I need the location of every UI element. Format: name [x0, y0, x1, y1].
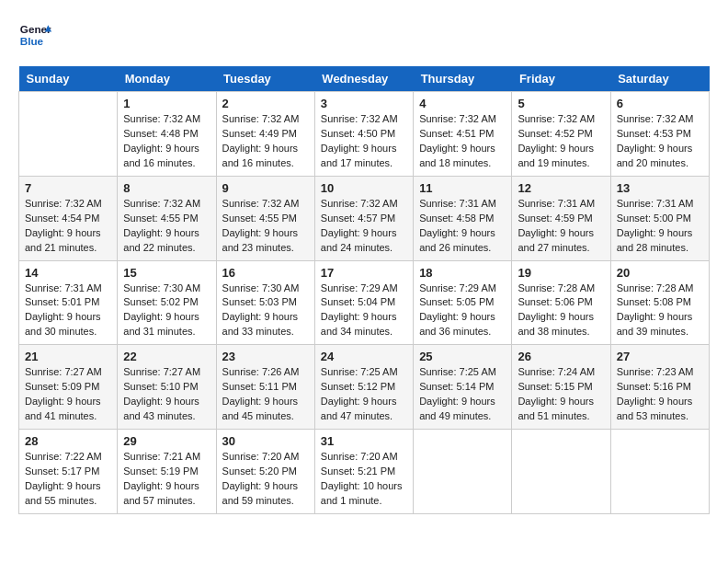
calendar-cell: 18Sunrise: 7:29 AMSunset: 5:05 PMDayligh…	[414, 260, 512, 345]
page-header: General Blue	[18, 18, 710, 52]
calendar-cell: 21Sunrise: 7:27 AMSunset: 5:09 PMDayligh…	[19, 345, 118, 430]
calendar-cell: 26Sunrise: 7:24 AMSunset: 5:15 PMDayligh…	[512, 345, 610, 430]
calendar-week-row: 14Sunrise: 7:31 AMSunset: 5:01 PMDayligh…	[19, 260, 710, 345]
calendar-cell: 16Sunrise: 7:30 AMSunset: 5:03 PMDayligh…	[216, 260, 314, 345]
day-number: 18	[419, 266, 506, 280]
day-info: Sunrise: 7:31 AMSunset: 4:58 PMDaylight:…	[419, 197, 506, 256]
calendar-cell: 19Sunrise: 7:28 AMSunset: 5:06 PMDayligh…	[512, 260, 610, 345]
calendar-cell: 28Sunrise: 7:22 AMSunset: 5:17 PMDayligh…	[19, 430, 118, 514]
day-info: Sunrise: 7:32 AMSunset: 4:54 PMDaylight:…	[25, 197, 111, 256]
calendar-cell: 15Sunrise: 7:30 AMSunset: 5:02 PMDayligh…	[118, 260, 216, 345]
day-info: Sunrise: 7:31 AMSunset: 4:59 PMDaylight:…	[518, 197, 604, 256]
day-info: Sunrise: 7:23 AMSunset: 5:16 PMDaylight:…	[617, 365, 703, 424]
day-number: 2	[222, 97, 309, 110]
day-number: 16	[222, 266, 309, 280]
day-number: 10	[321, 181, 407, 195]
calendar-cell: 1Sunrise: 7:32 AMSunset: 4:48 PMDaylight…	[118, 92, 216, 177]
calendar-week-row: 1Sunrise: 7:32 AMSunset: 4:48 PMDaylight…	[19, 92, 710, 177]
day-info: Sunrise: 7:30 AMSunset: 5:02 PMDaylight:…	[123, 282, 210, 340]
day-info: Sunrise: 7:31 AMSunset: 5:00 PMDaylight:…	[617, 197, 703, 256]
calendar-cell: 22Sunrise: 7:27 AMSunset: 5:10 PMDayligh…	[118, 345, 216, 430]
day-number: 17	[321, 266, 407, 280]
day-number: 13	[617, 181, 703, 195]
day-number: 1	[123, 97, 210, 110]
day-info: Sunrise: 7:25 AMSunset: 5:14 PMDaylight:…	[419, 365, 506, 424]
day-number: 15	[123, 266, 210, 280]
day-number: 26	[518, 350, 604, 363]
calendar-cell: 23Sunrise: 7:26 AMSunset: 5:11 PMDayligh…	[216, 345, 314, 430]
day-number: 3	[321, 97, 407, 110]
calendar-week-row: 21Sunrise: 7:27 AMSunset: 5:09 PMDayligh…	[19, 345, 710, 430]
day-header-sunday: Sunday	[19, 66, 118, 92]
day-number: 4	[419, 97, 506, 110]
day-info: Sunrise: 7:29 AMSunset: 5:04 PMDaylight:…	[321, 282, 407, 340]
day-number: 29	[123, 434, 210, 448]
day-info: Sunrise: 7:27 AMSunset: 5:09 PMDaylight:…	[25, 365, 111, 424]
calendar-week-row: 7Sunrise: 7:32 AMSunset: 4:54 PMDaylight…	[19, 176, 710, 260]
calendar-cell: 10Sunrise: 7:32 AMSunset: 4:57 PMDayligh…	[314, 176, 413, 260]
day-number: 24	[321, 350, 407, 363]
calendar-table: SundayMondayTuesdayWednesdayThursdayFrid…	[18, 66, 710, 514]
calendar-cell: 6Sunrise: 7:32 AMSunset: 4:53 PMDaylight…	[610, 92, 709, 177]
calendar-cell	[512, 430, 610, 514]
calendar-cell	[19, 92, 118, 177]
day-info: Sunrise: 7:24 AMSunset: 5:15 PMDaylight:…	[518, 365, 604, 424]
calendar-cell: 20Sunrise: 7:28 AMSunset: 5:08 PMDayligh…	[610, 260, 709, 345]
day-info: Sunrise: 7:32 AMSunset: 4:55 PMDaylight:…	[222, 197, 309, 256]
day-info: Sunrise: 7:20 AMSunset: 5:20 PMDaylight:…	[222, 450, 309, 509]
calendar-cell: 11Sunrise: 7:31 AMSunset: 4:58 PMDayligh…	[414, 176, 512, 260]
calendar-cell: 27Sunrise: 7:23 AMSunset: 5:16 PMDayligh…	[610, 345, 709, 430]
day-info: Sunrise: 7:20 AMSunset: 5:21 PMDaylight:…	[321, 450, 407, 509]
day-header-tuesday: Tuesday	[216, 66, 314, 92]
day-info: Sunrise: 7:30 AMSunset: 5:03 PMDaylight:…	[222, 282, 309, 340]
calendar-week-row: 28Sunrise: 7:22 AMSunset: 5:17 PMDayligh…	[19, 430, 710, 514]
day-number: 5	[518, 97, 604, 110]
calendar-body: 1Sunrise: 7:32 AMSunset: 4:48 PMDaylight…	[19, 92, 710, 514]
day-info: Sunrise: 7:21 AMSunset: 5:19 PMDaylight:…	[123, 450, 210, 509]
day-number: 6	[617, 97, 703, 110]
day-number: 8	[123, 181, 210, 195]
day-header-thursday: Thursday	[414, 66, 512, 92]
day-info: Sunrise: 7:32 AMSunset: 4:49 PMDaylight:…	[222, 112, 309, 171]
day-info: Sunrise: 7:32 AMSunset: 4:57 PMDaylight:…	[321, 197, 407, 256]
day-header-saturday: Saturday	[610, 66, 709, 92]
day-number: 11	[419, 181, 506, 195]
calendar-cell: 25Sunrise: 7:25 AMSunset: 5:14 PMDayligh…	[414, 345, 512, 430]
calendar-cell: 5Sunrise: 7:32 AMSunset: 4:52 PMDaylight…	[512, 92, 610, 177]
day-info: Sunrise: 7:32 AMSunset: 4:55 PMDaylight:…	[123, 197, 210, 256]
day-header-wednesday: Wednesday	[314, 66, 413, 92]
day-number: 20	[617, 266, 703, 280]
day-number: 23	[222, 350, 309, 363]
logo: General Blue	[18, 18, 51, 52]
calendar-cell: 7Sunrise: 7:32 AMSunset: 4:54 PMDaylight…	[19, 176, 118, 260]
day-info: Sunrise: 7:32 AMSunset: 4:52 PMDaylight:…	[518, 112, 604, 171]
day-info: Sunrise: 7:32 AMSunset: 4:48 PMDaylight:…	[123, 112, 210, 171]
calendar-cell: 9Sunrise: 7:32 AMSunset: 4:55 PMDaylight…	[216, 176, 314, 260]
day-info: Sunrise: 7:31 AMSunset: 5:01 PMDaylight:…	[25, 282, 111, 340]
calendar-cell	[610, 430, 709, 514]
day-number: 31	[321, 434, 407, 448]
calendar-cell: 24Sunrise: 7:25 AMSunset: 5:12 PMDayligh…	[314, 345, 413, 430]
day-info: Sunrise: 7:28 AMSunset: 5:06 PMDaylight:…	[518, 282, 604, 340]
calendar-cell: 2Sunrise: 7:32 AMSunset: 4:49 PMDaylight…	[216, 92, 314, 177]
calendar-cell: 14Sunrise: 7:31 AMSunset: 5:01 PMDayligh…	[19, 260, 118, 345]
day-info: Sunrise: 7:32 AMSunset: 4:50 PMDaylight:…	[321, 112, 407, 171]
calendar-cell: 13Sunrise: 7:31 AMSunset: 5:00 PMDayligh…	[610, 176, 709, 260]
day-header-friday: Friday	[512, 66, 610, 92]
day-info: Sunrise: 7:29 AMSunset: 5:05 PMDaylight:…	[419, 282, 506, 340]
calendar-cell: 12Sunrise: 7:31 AMSunset: 4:59 PMDayligh…	[512, 176, 610, 260]
day-info: Sunrise: 7:32 AMSunset: 4:51 PMDaylight:…	[419, 112, 506, 171]
day-info: Sunrise: 7:28 AMSunset: 5:08 PMDaylight:…	[617, 282, 703, 340]
day-info: Sunrise: 7:25 AMSunset: 5:12 PMDaylight:…	[321, 365, 407, 424]
day-number: 22	[123, 350, 210, 363]
day-number: 7	[25, 181, 111, 195]
day-number: 25	[419, 350, 506, 363]
day-info: Sunrise: 7:27 AMSunset: 5:10 PMDaylight:…	[123, 365, 210, 424]
day-number: 21	[25, 350, 111, 363]
calendar-cell: 31Sunrise: 7:20 AMSunset: 5:21 PMDayligh…	[314, 430, 413, 514]
calendar-header-row: SundayMondayTuesdayWednesdayThursdayFrid…	[19, 66, 710, 92]
day-number: 14	[25, 266, 111, 280]
day-number: 12	[518, 181, 604, 195]
day-info: Sunrise: 7:26 AMSunset: 5:11 PMDaylight:…	[222, 365, 309, 424]
logo-icon: General Blue	[18, 18, 51, 52]
